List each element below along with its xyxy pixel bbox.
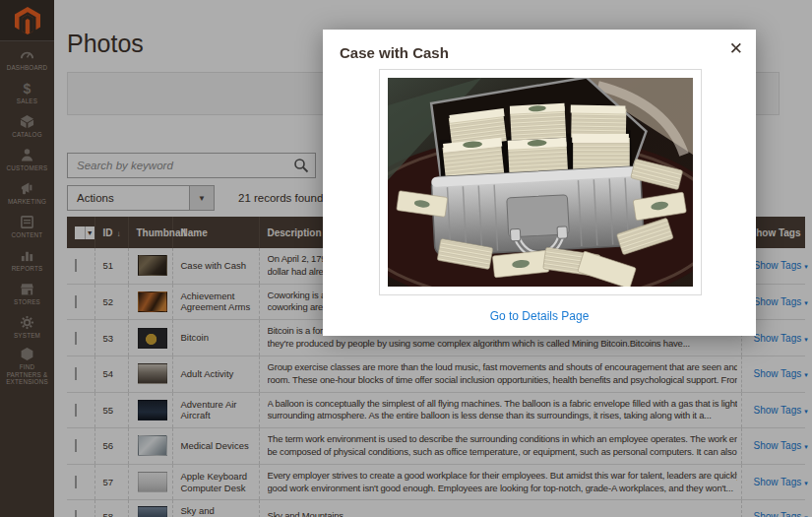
- case-with-cash-photo: [379, 69, 702, 295]
- modal-title: Case with Cash: [340, 44, 449, 61]
- photo-preview-modal: Case with Cash ✕: [323, 30, 756, 336]
- go-to-details-link[interactable]: Go to Details Page: [323, 309, 756, 323]
- case-with-cash-illustration: [388, 78, 693, 287]
- close-icon[interactable]: ✕: [729, 40, 743, 57]
